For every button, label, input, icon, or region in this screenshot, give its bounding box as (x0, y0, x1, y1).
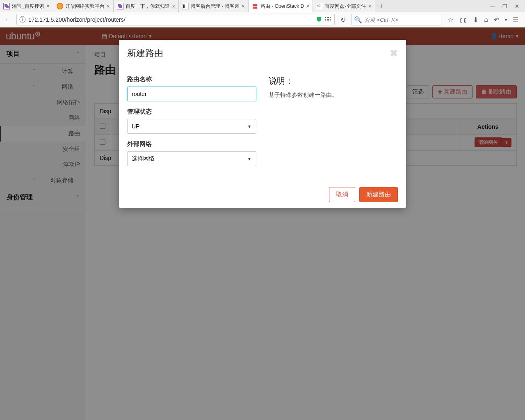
create-router-modal: 新建路由 ✖ 路由名称 管理状态 外部网络 (119, 40, 406, 208)
cancel-button[interactable]: 取消 (329, 187, 355, 202)
info-icon[interactable]: ⓘ (19, 16, 26, 24)
external-network-select[interactable] (127, 151, 256, 166)
qr-icon[interactable]: ⠿⠿ (324, 16, 330, 23)
close-icon[interactable]: × (107, 3, 110, 9)
description-title: 说明： (269, 75, 398, 87)
modal-title: 新建路由 (127, 47, 163, 59)
reload-button[interactable]: ↻ (337, 14, 349, 25)
page: ubuntu ▤ Default • demo ▼ 👤 demo ▼ 项目˄ ˅… (0, 27, 525, 420)
tab-lab[interactable]: 开放网络实验平台 × (53, 0, 114, 12)
tab-strip: 淘宝_百度搜索 × 开放网络实验平台 × 百度一下，你就知道 × 博客后台管理 … (0, 0, 525, 12)
tab-taobao[interactable]: 淘宝_百度搜索 × (0, 0, 53, 12)
tab-label: 淘宝_百度搜索 (12, 3, 44, 10)
modal-footer: 取消 新建路由 (119, 181, 406, 208)
search-icon: 🔍 (354, 16, 362, 24)
tab-cnblogs[interactable]: 博客后台管理 - 博客园 × (179, 0, 249, 12)
library-icon[interactable]: ▯▯ (459, 16, 467, 24)
maximize-icon[interactable]: ❐ (502, 3, 507, 9)
favicon-icon (316, 3, 323, 9)
modal-backdrop: 新建路由 ✖ 路由名称 管理状态 外部网络 (0, 27, 525, 420)
tab-label: 开放网络实验平台 (65, 3, 105, 10)
tab-baidu[interactable]: 百度一下，你就知道 × (114, 0, 179, 12)
tab-label: 路由 - OpenStack D (260, 3, 304, 10)
menu-icon[interactable]: ☰ (513, 16, 518, 24)
browser-chrome: 淘宝_百度搜索 × 开放网络实验平台 × 百度一下，你就知道 × 博客后台管理 … (0, 0, 525, 27)
url-input[interactable] (28, 16, 314, 23)
shield-icon[interactable]: ⛊ (316, 16, 322, 23)
favicon-icon (3, 3, 10, 9)
form-group-admin-state: 管理状态 (127, 108, 256, 134)
close-icon[interactable]: × (368, 3, 371, 9)
dropdown-icon[interactable]: ▾ (505, 18, 507, 22)
favicon-icon (57, 3, 63, 9)
favicon-icon (117, 3, 123, 9)
description-column: 说明： 基于特殊参数创建一路由。 (269, 75, 398, 173)
submit-button[interactable]: 新建路由 (359, 187, 398, 202)
form-column: 路由名称 管理状态 外部网络 (127, 75, 256, 173)
tab-label: 百度一下，你就知道 (126, 3, 170, 10)
modal-header: 新建路由 ✖ (119, 40, 406, 67)
close-icon[interactable]: × (306, 3, 309, 9)
close-icon[interactable]: × (172, 3, 175, 9)
window-controls: — ❐ ✕ (484, 3, 525, 9)
favicon-icon (182, 3, 189, 9)
minimize-icon[interactable]: — (490, 3, 495, 9)
tab-label: 百度网盘-全部文件 (325, 3, 366, 10)
back-button[interactable]: ← (2, 14, 14, 25)
modal-body: 路由名称 管理状态 外部网络 (119, 67, 406, 181)
bookmark-icon[interactable]: ☆ (448, 16, 454, 24)
new-tab-button[interactable]: + (375, 2, 388, 11)
toolbar-icons: ☆ ▯▯ ⬇ ⌂ ↶ ▾ ☰ (444, 16, 523, 24)
download-icon[interactable]: ⬇ (473, 16, 478, 24)
favicon-icon (252, 3, 258, 9)
form-group-external-network: 外部网络 (127, 140, 256, 166)
close-icon[interactable]: ✖ (390, 48, 398, 59)
close-icon[interactable]: × (242, 3, 245, 9)
external-network-label: 外部网络 (127, 140, 256, 148)
router-name-input[interactable] (127, 87, 256, 101)
form-group-name: 路由名称 (127, 75, 256, 101)
tab-openstack[interactable]: 路由 - OpenStack D × (249, 0, 313, 12)
tab-label: 博客后台管理 - 博客园 (191, 3, 240, 10)
tab-pan[interactable]: 百度网盘-全部文件 × (313, 0, 375, 12)
close-icon[interactable]: × (46, 3, 50, 9)
admin-state-label: 管理状态 (127, 108, 256, 116)
name-label: 路由名称 (127, 75, 256, 83)
url-box[interactable]: ⓘ ⛊ ⠿⠿ (16, 14, 335, 25)
undo-icon[interactable]: ↶ (494, 16, 499, 24)
home-icon[interactable]: ⌂ (484, 16, 488, 23)
description-text: 基于特殊参数创建一路由。 (269, 91, 398, 99)
admin-state-select[interactable] (127, 119, 256, 134)
close-window-icon[interactable]: ✕ (515, 3, 519, 9)
search-input[interactable] (365, 17, 438, 23)
address-bar: ← ⓘ ⛊ ⠿⠿ ↻ 🔍 ☆ ▯▯ ⬇ ⌂ ↶ ▾ ☰ (0, 12, 525, 27)
search-box[interactable]: 🔍 (351, 14, 441, 25)
